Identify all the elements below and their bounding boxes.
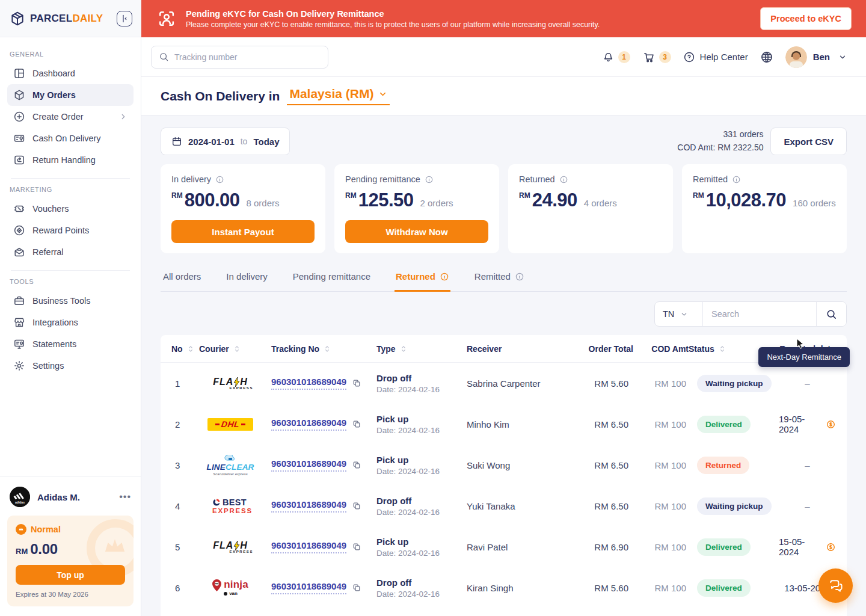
sidebar-item-dashboard[interactable]: Dashboard (7, 63, 134, 84)
tracking-number-link[interactable]: 960301018689049 (271, 417, 346, 431)
tab-remitted[interactable]: Remitted (473, 264, 526, 292)
sidebar-item-vouchers[interactable]: Vouchers (7, 198, 134, 220)
table-row-partial: Drop offDate: 2024-02-16 (161, 608, 847, 616)
profile-menu[interactable]: Ben (785, 46, 847, 68)
courier-logo-ninja: ninjavan (199, 579, 262, 596)
sidebar-item-label: Create Order (32, 112, 112, 122)
tab-in-delivery[interactable]: In delivery (225, 264, 268, 292)
sidebar-item-statements[interactable]: Statements (7, 333, 134, 355)
stat-card-label: Pending remittance (345, 174, 420, 184)
tracking-search-box[interactable] (151, 46, 328, 69)
cell-cod-amount: RM 100 (633, 460, 689, 470)
proceed-to-ekyc-button[interactable]: Proceed to eKYC (760, 7, 852, 30)
orders-table: NoCourierTracking NoTypeReceiverOrder To… (161, 335, 847, 616)
sidebar-section-label: MARKETING (10, 186, 131, 193)
chat-fab-button[interactable] (818, 568, 853, 603)
tracking-number-link[interactable]: 960301018689049 (271, 499, 346, 513)
status-badge: Delivered (697, 538, 751, 556)
page-title: Cash On Delivery in (161, 89, 280, 103)
top-up-button[interactable]: Top up (16, 565, 125, 585)
cell-receiver: Yuki Tanaka (467, 501, 566, 511)
cell-order-total: RM 6.50 (566, 460, 633, 470)
sort-icon[interactable] (718, 345, 726, 353)
sidebar-item-reward-points[interactable]: Reward Points (7, 220, 134, 241)
cod-icon (13, 132, 25, 144)
table-search-button[interactable] (816, 302, 846, 326)
stat-card-amount-row: RM125.502 orders (345, 189, 488, 211)
tracking-number-link[interactable]: 960301018689049 (271, 581, 346, 594)
tracking-number-link[interactable]: 960301018689049 (271, 377, 346, 390)
ticket-icon (13, 203, 25, 215)
cell-cod-amount: RM 100 (633, 583, 689, 593)
sort-icon[interactable] (233, 345, 241, 353)
copy-icon[interactable] (352, 501, 361, 511)
cell-courier: LINECLEARScan2deliver express (199, 455, 271, 476)
sidebar-item-label: My Orders (32, 90, 127, 100)
tracking-number-link[interactable]: 960301018689049 (271, 540, 346, 553)
stat-currency: RM (171, 191, 183, 200)
stat-amount: 125.50 (358, 189, 414, 211)
sidebar-nav: GENERALDashboardMy OrdersCreate OrderCas… (0, 37, 141, 377)
tab-label: All orders (163, 271, 201, 282)
tab-returned[interactable]: Returned (395, 264, 450, 292)
table-row: 5FLAHEXPRESS960301018689049Pick upDate: … (161, 526, 847, 567)
merchant-menu-button[interactable]: ••• (119, 491, 131, 502)
tracking-search-input[interactable] (174, 52, 321, 62)
stat-card-amount-row: RM800.008 orders (171, 189, 315, 211)
help-center-button[interactable]: Help Center (683, 51, 748, 63)
sidebar-item-integrations[interactable]: Integrations (7, 312, 134, 333)
column-header-order-total: Order Total (566, 344, 633, 354)
type-label: Drop off (376, 496, 467, 506)
copy-icon[interactable] (352, 419, 361, 429)
copy-icon[interactable] (352, 542, 361, 552)
cell-order-total: RM 6.50 (566, 501, 633, 511)
stat-orders-count: 4 orders (584, 198, 617, 208)
sidebar-item-create-order[interactable]: Create Order (7, 106, 134, 128)
export-csv-button[interactable]: Export CSV (770, 128, 847, 155)
search-category-select[interactable]: TN (655, 302, 703, 326)
cart-button[interactable]: 3 (642, 51, 671, 64)
language-globe-icon[interactable] (760, 51, 773, 64)
cell-receiver: Kiran Singh (467, 583, 566, 593)
sidebar-item-referral[interactable]: Referral (7, 241, 134, 263)
type-label: Drop off (376, 373, 467, 383)
cell-order-no: 4 (171, 501, 199, 511)
cell-courier: DHL (199, 418, 271, 431)
wallet-expiry: Expires at 30 May 2026 (16, 591, 125, 598)
filter-row: 2024-01-01 to Today 331 orders COD Amt: … (161, 128, 847, 155)
stat-currency: RM (519, 191, 530, 200)
region-selector[interactable]: Malaysia (RM) (287, 87, 390, 105)
cell-order-total: RM 5.60 (566, 378, 633, 389)
sidebar-item-my-orders[interactable]: My Orders (7, 84, 134, 106)
sidebar-item-business-tools[interactable]: Business Tools (7, 290, 134, 312)
table-search-input[interactable] (703, 302, 816, 326)
copy-icon[interactable] (352, 583, 361, 593)
tab-all-orders[interactable]: All orders (162, 264, 202, 292)
sidebar-collapse-button[interactable] (117, 11, 132, 26)
copy-icon[interactable] (352, 378, 361, 388)
copy-icon[interactable] (352, 460, 361, 470)
sort-icon[interactable] (323, 345, 331, 353)
withdraw-now-button[interactable]: Withdraw Now (345, 220, 488, 243)
type-label: Pick up (376, 455, 467, 465)
merchant-account-row[interactable]: adidas Adidas M. ••• (7, 487, 134, 516)
tracking-number-link[interactable]: 960301018689049 (271, 458, 346, 472)
content: 2024-01-01 to Today 331 orders COD Amt: … (141, 116, 866, 616)
date-range-picker[interactable]: 2024-01-01 to Today (161, 128, 290, 155)
sort-icon[interactable] (186, 345, 195, 353)
sidebar-item-settings[interactable]: Settings (7, 355, 134, 377)
stat-orders-count: 160 orders (793, 198, 836, 208)
stat-card-label-row: In delivery (171, 174, 315, 184)
type-date: Date: 2024-02-16 (376, 385, 467, 394)
instant-payout-button[interactable]: Instant Payout (171, 220, 315, 243)
sort-icon[interactable] (399, 345, 408, 353)
tab-pending-remittance[interactable]: Pending remittance (292, 264, 372, 292)
date-from: 2024-01-01 (188, 137, 235, 147)
search-icon (159, 52, 169, 62)
stat-card-amount-row: RM10,028.70160 orders (693, 189, 836, 211)
notifications-button[interactable]: 1 (602, 51, 630, 63)
sidebar-item-cash-on-delivery[interactable]: Cash On Delivery (7, 128, 134, 149)
brand-name: PARCELDAILY (30, 13, 103, 25)
sidebar-item-return-handling[interactable]: Return Handling (7, 149, 134, 171)
sidebar-item-label: Vouchers (32, 204, 127, 214)
